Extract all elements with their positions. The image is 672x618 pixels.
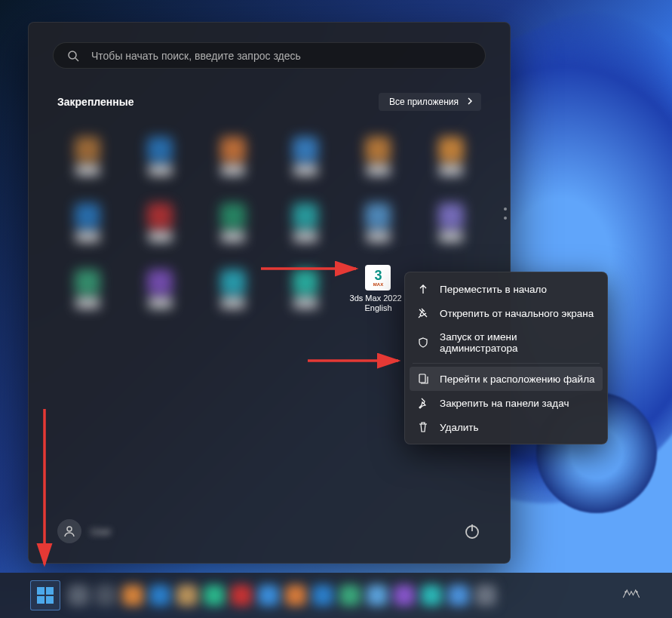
pagination-dots[interactable]	[504, 208, 507, 220]
pinned-header: Закрепленные Все приложения	[53, 93, 486, 111]
power-button[interactable]	[463, 522, 481, 540]
app-tile[interactable]: ████	[198, 257, 268, 321]
chevron-right-icon	[466, 97, 474, 107]
taskbar-app-icon[interactable]	[68, 585, 89, 606]
app-tile[interactable]: ████	[53, 191, 122, 254]
menu-item-label: Удалить	[440, 422, 479, 433]
svg-point-3	[67, 527, 72, 531]
taskbar-app-icon[interactable]	[421, 585, 442, 606]
taskbar-app-icon[interactable]	[122, 585, 143, 606]
tray-chitubox-icon[interactable]	[621, 586, 642, 605]
menu-item-pin-taskbar[interactable]: Закрепить на панели задач	[410, 391, 603, 415]
app-tile[interactable]: ████	[343, 125, 413, 188]
pin-icon	[417, 397, 429, 409]
all-apps-button[interactable]: Все приложения	[379, 93, 481, 111]
start-button[interactable]	[30, 580, 60, 610]
app-tile[interactable]: ████	[125, 257, 195, 321]
app-tile[interactable]: ████	[198, 191, 268, 254]
app-tile[interactable]: ████	[416, 125, 486, 188]
menu-item-open-file-location[interactable]: Перейти к расположению файла	[410, 367, 603, 391]
taskbar-app-icon[interactable]	[312, 585, 333, 606]
taskbar-tray	[621, 586, 642, 605]
start-menu-footer: User	[53, 519, 486, 543]
taskbar-app-icon[interactable]	[448, 585, 469, 606]
menu-item-run-as-admin[interactable]: Запуск от имени администратора	[410, 325, 603, 360]
menu-item-label: Закрепить на панели задач	[440, 398, 569, 409]
svg-point-7	[636, 591, 637, 592]
app-tile[interactable]: ████	[271, 125, 340, 188]
menu-item-label: Запуск от имени администратора	[440, 331, 595, 354]
menu-separator	[413, 363, 600, 364]
pinned-section-title: Закрепленные	[57, 96, 134, 108]
taskbar-pinned-apps	[68, 585, 496, 606]
taskbar-app-icon[interactable]	[475, 585, 496, 606]
all-apps-label: Все приложения	[389, 97, 459, 107]
search-placeholder: Чтобы начать поиск, введите запрос здесь	[91, 50, 301, 62]
app-tile[interactable]: ████	[53, 125, 122, 188]
context-menu: Переместить в начало Открепить от началь…	[404, 272, 608, 444]
avatar-icon	[57, 519, 81, 543]
taskbar-app-icon[interactable]	[149, 585, 170, 606]
app-tile-3dsmax[interactable]: 3MAX 3ds Max 2022 - English	[343, 257, 413, 321]
menu-item-label: Перейти к расположению файла	[440, 374, 595, 385]
3dsmax-icon: 3MAX	[365, 265, 391, 291]
username: User	[91, 526, 111, 537]
app-tile[interactable]: ████	[416, 191, 486, 254]
arrow-up-icon	[417, 283, 429, 295]
app-tile[interactable]: ████	[343, 191, 413, 254]
taskbar-app-icon[interactable]	[176, 585, 198, 606]
app-tile[interactable]: ████	[53, 257, 122, 321]
taskbar-app-icon[interactable]	[394, 585, 415, 606]
taskbar-app-icon[interactable]	[258, 585, 279, 606]
search-icon	[67, 50, 79, 62]
app-tile[interactable]: ████	[125, 191, 195, 254]
taskbar-app-icon[interactable]	[204, 585, 225, 606]
app-tile-label: 3ds Max 2022 - English	[344, 294, 412, 313]
windows-logo-icon	[37, 587, 54, 604]
app-tile[interactable]: ████	[198, 125, 268, 188]
menu-item-move-to-front[interactable]: Переместить в начало	[410, 277, 603, 301]
taskbar	[0, 573, 672, 618]
app-tile[interactable]: ████	[271, 191, 340, 254]
taskbar-app-icon[interactable]	[95, 585, 116, 606]
taskbar-app-icon[interactable]	[367, 585, 388, 606]
svg-point-6	[624, 591, 626, 592]
trash-icon	[417, 421, 429, 433]
menu-item-unpin-start[interactable]: Открепить от начального экрана	[410, 301, 603, 325]
menu-item-delete[interactable]: Удалить	[410, 415, 603, 439]
file-location-icon	[417, 373, 429, 385]
menu-item-label: Открепить от начального экрана	[440, 308, 594, 319]
shield-icon	[417, 337, 429, 349]
user-account-button[interactable]: User	[57, 519, 111, 543]
svg-point-0	[69, 51, 76, 59]
taskbar-app-icon[interactable]	[285, 585, 306, 606]
taskbar-app-icon[interactable]	[339, 585, 361, 606]
app-tile[interactable]: ████	[125, 125, 195, 188]
svg-rect-5	[419, 374, 425, 383]
app-tile[interactable]: ████	[271, 257, 340, 321]
unpin-icon	[417, 307, 429, 319]
menu-item-label: Переместить в начало	[440, 284, 547, 295]
search-input[interactable]: Чтобы начать поиск, введите запрос здесь	[53, 42, 486, 69]
taskbar-app-icon[interactable]	[231, 585, 252, 606]
